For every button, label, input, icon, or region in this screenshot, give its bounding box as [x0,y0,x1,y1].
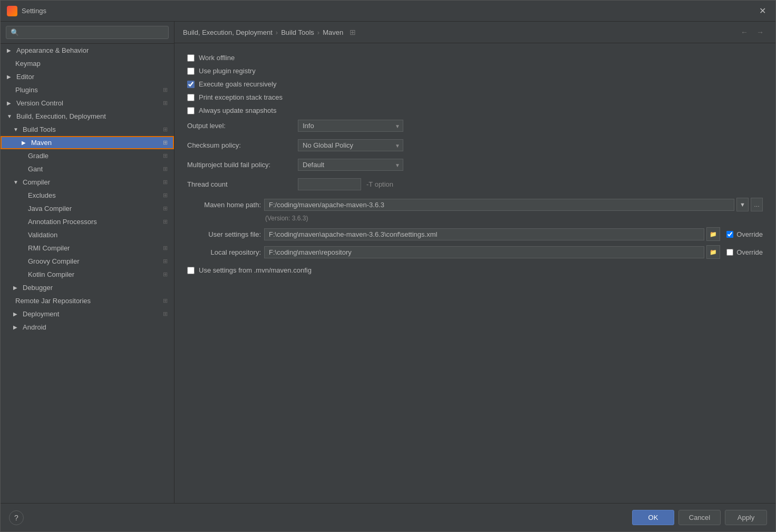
work-offline-checkbox[interactable] [187,54,195,62]
multiproject-build-fail-policy-select[interactable]: Default Fail at end Fail never [298,159,403,171]
output-level-select[interactable]: Info Debug Warn Error [298,120,403,132]
user-settings-override-row: Override [726,230,763,238]
maven-home-dropdown-button[interactable]: ▼ [736,198,749,211]
sidebar-item-label: Validation [28,231,57,239]
local-repository-row: Local repository: 📁 Override [187,245,763,259]
local-repository-override-label[interactable]: Override [736,248,763,256]
checkbox-row-always-update-snapshots: Always update snapshots [187,107,763,114]
sidebar-item-label: RMI Compiler [28,244,70,252]
bottom-bar: ? OK Cancel Apply [1,503,775,531]
always-update-snapshots-checkbox[interactable] [187,107,195,114]
breadcrumb-grid-icon: ⊞ [350,28,356,36]
sidebar-item-android[interactable]: ▶ Android [1,321,174,334]
chevron-icon: ▶ [7,100,13,106]
user-settings-override-label[interactable]: Override [736,230,763,238]
chevron-icon: ▼ [13,127,20,132]
sidebar-item-keymap[interactable]: Keymap [1,57,174,70]
sidebar-item-deployment[interactable]: ▶ Deployment ⊞ [1,307,174,321]
sidebar-item-build-tools[interactable]: ▼ Build Tools ⊞ [1,123,174,136]
local-repository-label: Local repository: [187,248,261,256]
sidebar-item-remote-jar[interactable]: Remote Jar Repositories ⊞ [1,294,174,307]
sidebar-item-label: Build, Execution, Deployment [16,112,106,120]
use-settings-mvn-checkbox[interactable] [187,267,195,274]
checkbox-row-execute-goals: Execute goals recursively [187,80,763,88]
sidebar-item-label: Android [23,323,46,331]
nav-forward-button[interactable]: → [753,27,767,37]
sidebar-item-label: Build Tools [23,125,56,133]
sidebar-item-label: Groovy Compiler [28,257,80,265]
grid-icon: ⊞ [163,166,168,172]
execute-goals-checkbox[interactable] [187,81,195,88]
user-settings-file-label: User settings file: [187,230,261,238]
sidebar-item-java-compiler[interactable]: Java Compiler ⊞ [1,202,174,215]
sidebar-item-groovy-compiler[interactable]: Groovy Compiler ⊞ [1,255,174,268]
sidebar-item-label: Annotation Processors [28,218,97,226]
sidebar-item-annotation-processors[interactable]: Annotation Processors ⊞ [1,215,174,228]
use-settings-mvn-label[interactable]: Use settings from .mvn/maven.config [199,266,312,274]
maven-version-text: (Version: 3.6.3) [265,215,763,222]
content-area: Build, Execution, Deployment › Build Too… [174,22,775,503]
sidebar-item-label: Editor [16,73,34,81]
t-option-label: -T option [366,180,393,188]
local-repository-browse-button[interactable]: 📁 [706,245,720,259]
execute-goals-label[interactable]: Execute goals recursively [199,80,276,88]
print-exception-checkbox[interactable] [187,94,195,101]
grid-icon: ⊞ [163,205,168,212]
output-level-select-wrapper: Info Debug Warn Error ▼ [298,120,403,132]
sidebar-item-label: Keymap [15,60,41,67]
thread-count-input[interactable] [298,178,361,190]
ok-button[interactable]: OK [632,510,674,525]
sidebar-item-maven[interactable]: ▶ Maven ⊞ [1,136,174,149]
grid-icon: ⊞ [163,126,168,133]
multiproject-build-fail-policy-row: Multiproject build fail policy: Default … [187,159,763,171]
sidebar-item-editor[interactable]: ▶ Editor [1,70,174,83]
sidebar-item-label: Plugins [15,86,38,94]
help-button[interactable]: ? [9,510,24,525]
sidebar-item-version-control[interactable]: ▶ Version Control ⊞ [1,96,174,110]
always-update-snapshots-label[interactable]: Always update snapshots [199,107,276,114]
work-offline-label[interactable]: Work offline [199,54,235,62]
chevron-icon: ▶ [7,74,13,80]
user-settings-file-input[interactable] [264,228,704,240]
sidebar-item-debugger[interactable]: ▶ Debugger [1,281,174,294]
local-repository-input[interactable] [264,246,704,258]
user-settings-file-container: 📁 [264,227,720,241]
user-settings-override-checkbox[interactable] [726,231,733,238]
sidebar-item-build-exec-deploy[interactable]: ▼ Build, Execution, Deployment [1,110,174,123]
sidebar-item-rmi-compiler[interactable]: RMI Compiler ⊞ [1,241,174,255]
close-button[interactable]: ✕ [756,4,769,18]
grid-icon: ⊞ [163,192,168,199]
chevron-icon: ▶ [22,140,28,146]
sidebar-item-plugins[interactable]: Plugins ⊞ [1,83,174,96]
apply-button[interactable]: Apply [725,510,767,525]
sidebar-item-kotlin-compiler[interactable]: Kotlin Compiler ⊞ [1,268,174,281]
print-exception-label[interactable]: Print exception stack traces [199,93,283,101]
sidebar-item-label: Kotlin Compiler [28,270,74,278]
multiproject-build-fail-policy-select-wrapper: Default Fail at end Fail never ▼ [298,159,403,171]
sidebar-item-appearance[interactable]: ▶ Appearance & Behavior [1,44,174,57]
sidebar-item-gant[interactable]: Gant ⊞ [1,162,174,176]
cancel-button[interactable]: Cancel [678,510,721,525]
sidebar-item-validation[interactable]: Validation [1,228,174,241]
local-repository-override-checkbox[interactable] [726,249,733,256]
chevron-icon: ▼ [7,113,13,119]
search-input[interactable] [6,26,169,39]
sidebar-item-label: Debugger [23,284,53,292]
local-repository-container: 📁 [264,245,720,259]
use-plugin-registry-checkbox[interactable] [187,67,195,75]
checksum-policy-select[interactable]: No Global Policy Warn Fail [298,139,403,151]
checkbox-row-use-settings-mvn: Use settings from .mvn/maven.config [187,266,763,274]
sidebar-item-compiler[interactable]: ▼ Compiler ⊞ [1,176,174,189]
user-settings-file-row: User settings file: 📁 Override [187,227,763,241]
maven-home-path-input[interactable] [264,199,734,211]
maven-home-browse-button[interactable]: … [751,198,763,211]
title-bar: Settings ✕ [1,1,775,22]
maven-home-path-container: ▼ … [264,198,763,211]
sidebar-item-excludes[interactable]: Excludes ⊞ [1,189,174,202]
use-plugin-registry-label[interactable]: Use plugin registry [199,67,256,75]
chevron-icon: ▶ [7,47,13,53]
settings-window: Settings ✕ ▶ Appearance & Behavior Keyma… [0,0,776,532]
nav-back-button[interactable]: ← [738,27,751,37]
user-settings-browse-button[interactable]: 📁 [706,227,720,241]
sidebar-item-gradle[interactable]: Gradle ⊞ [1,149,174,162]
